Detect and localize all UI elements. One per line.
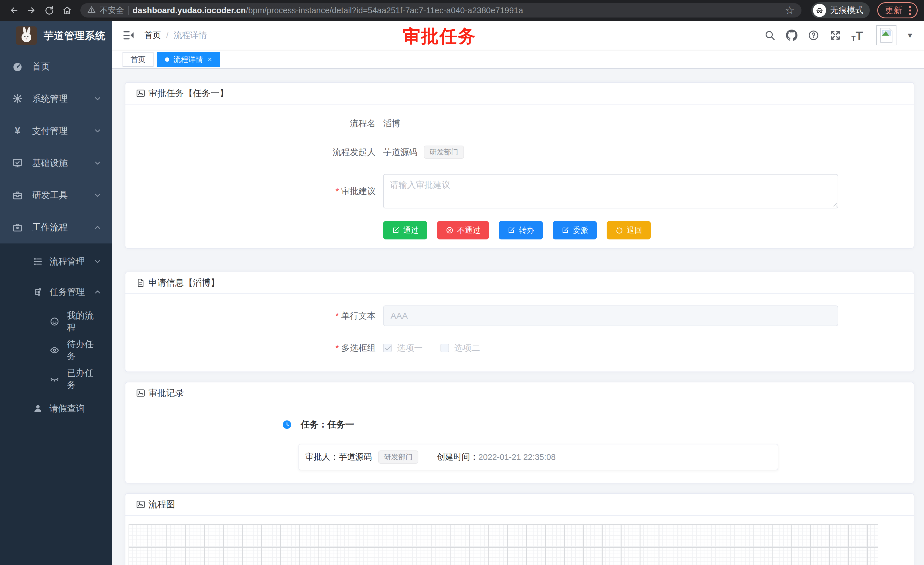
sidebar-item-task-management[interactable]: 任务管理 xyxy=(0,277,112,307)
fullscreen-icon[interactable] xyxy=(829,29,842,42)
apply-card-title: 申请信息【滔博】 xyxy=(148,277,219,289)
bookmark-star-icon[interactable]: ☆ xyxy=(785,4,795,17)
eye-open-icon xyxy=(49,344,60,356)
url-divider xyxy=(128,6,129,15)
url-text[interactable]: dashboard.yudao.iocoder.cn/bpm/process-i… xyxy=(133,6,778,15)
sidebar-item-devtools[interactable]: 研发工具 xyxy=(0,179,112,211)
tab-home[interactable]: 首页 xyxy=(123,52,153,67)
process-diagram-card-header: 流程图 xyxy=(125,494,914,515)
chevron-down-icon xyxy=(93,159,102,167)
sidebar-item-payment[interactable]: ¥ 支付管理 xyxy=(0,115,112,147)
breadcrumb-separator: / xyxy=(166,31,168,40)
sidebar-collapse-icon[interactable] xyxy=(123,29,135,41)
approver-dept-tag: 研发部门 xyxy=(378,451,418,464)
apply-info-card: 申请信息【滔博】 *单行文本 *多选框组 选项一 xyxy=(125,272,914,372)
security-label: 不安全 xyxy=(100,5,124,16)
approver-label: 审批人： xyxy=(305,451,339,463)
breadcrumb: 首页 / 流程详情 xyxy=(144,30,207,41)
return-button[interactable]: 退回 xyxy=(607,221,651,239)
picture-icon xyxy=(136,388,146,398)
app-logo-row[interactable]: 芋道管理系统 xyxy=(0,21,112,51)
user-icon xyxy=(32,403,44,414)
initiator-label: 流程发起人 xyxy=(125,146,383,158)
tags-view-bar: 首页 流程详情 × xyxy=(112,50,924,69)
breadcrumb-home[interactable]: 首页 xyxy=(144,30,161,41)
breadcrumb-current: 流程详情 xyxy=(174,30,207,41)
transfer-button[interactable]: 转办 xyxy=(499,221,543,239)
picture-icon xyxy=(136,500,146,509)
browser-menu-icon[interactable] xyxy=(908,4,913,17)
checkbox-checked-icon xyxy=(383,344,392,352)
timeline-task-title: 任务：任务一 xyxy=(301,419,354,431)
approver-value: 芋道源码 xyxy=(339,451,372,463)
sidebar-item-infra[interactable]: 基础设施 xyxy=(0,147,112,179)
not-secure-warning-icon[interactable] xyxy=(87,6,96,15)
sidebar: 芋道管理系统 首页 系统管理 ¥ 支付管理 基础设施 xyxy=(0,21,112,565)
gear-icon xyxy=(12,93,24,105)
avatar-dropdown-caret-icon[interactable]: ▼ xyxy=(906,31,914,40)
sidebar-item-done-tasks[interactable]: 已办任务 xyxy=(0,365,112,393)
incognito-label: 无痕模式 xyxy=(830,5,864,16)
toolbox-icon xyxy=(12,189,24,201)
undo-icon xyxy=(615,226,623,234)
sidebar-item-process-management[interactable]: 流程管理 xyxy=(0,246,112,277)
tab-close-icon[interactable]: × xyxy=(208,56,212,63)
timeline-clock-icon xyxy=(282,420,291,429)
avatar[interactable] xyxy=(876,25,897,45)
reject-button[interactable]: 不通过 xyxy=(437,221,489,239)
sidebar-item-leave-query[interactable]: 请假查询 xyxy=(0,393,112,424)
browser-home-icon[interactable] xyxy=(60,3,75,18)
suggestion-textarea[interactable] xyxy=(383,174,838,209)
workflow-submenu: 流程管理 任务管理 我的流程 待办任务 xyxy=(0,243,112,565)
checkbox-option-2: 选项二 xyxy=(441,342,480,354)
required-asterisk: * xyxy=(336,311,339,320)
help-icon[interactable] xyxy=(807,29,820,42)
font-size-icon[interactable]: TT xyxy=(850,29,864,42)
single-line-text-label: *单行文本 xyxy=(125,310,383,322)
create-time-label: 创建时间： xyxy=(437,451,478,463)
sidebar-item-home[interactable]: 首页 xyxy=(0,51,112,83)
suggestion-label: *审批建议 xyxy=(125,185,383,197)
chevron-down-icon xyxy=(93,257,102,266)
checkbox-option-1: 选项一 xyxy=(383,342,423,354)
browser-forward-icon[interactable] xyxy=(24,3,39,18)
search-icon[interactable] xyxy=(763,29,777,42)
page-content: 审批任务【任务一】 流程名 滔博 流程发起人 芋道源码 研发部门 *审批建议 xyxy=(112,69,924,565)
edit-icon xyxy=(507,226,515,234)
browser-back-icon[interactable] xyxy=(6,3,21,18)
create-time-value: 2022-01-21 22:35:08 xyxy=(478,452,555,462)
face-icon xyxy=(49,316,60,327)
bpmn-canvas[interactable] xyxy=(129,524,878,565)
tab-process-detail[interactable]: 流程详情 × xyxy=(157,52,220,67)
sidebar-item-my-process[interactable]: 我的流程 xyxy=(0,307,112,336)
chevron-down-icon xyxy=(93,191,102,200)
active-tab-dot xyxy=(165,57,169,62)
edit-icon xyxy=(392,226,400,234)
circle-close-icon xyxy=(446,226,454,234)
browser-update-button[interactable]: 更新 xyxy=(877,2,918,18)
approval-card-title: 审批任务【任务一】 xyxy=(148,87,228,99)
process-diagram-card: 流程图 xyxy=(125,493,914,565)
github-icon[interactable] xyxy=(785,29,798,42)
picture-icon xyxy=(136,89,146,98)
briefcase-icon xyxy=(12,221,24,233)
approval-record-card-header: 审批记录 xyxy=(125,382,914,404)
chevron-up-icon xyxy=(93,288,102,296)
checkbox-group-label: *多选框组 xyxy=(125,342,383,354)
checkbox-unchecked-icon xyxy=(441,344,449,352)
chevron-up-icon xyxy=(93,223,102,232)
list-icon xyxy=(32,256,44,267)
edit-icon xyxy=(561,226,569,234)
sidebar-item-system[interactable]: 系统管理 xyxy=(0,83,112,115)
approve-button[interactable]: 通过 xyxy=(383,221,427,239)
browser-reload-icon[interactable] xyxy=(42,3,57,18)
required-asterisk: * xyxy=(336,186,339,196)
sidebar-item-todo-tasks[interactable]: 待办任务 xyxy=(0,336,112,365)
delegate-button[interactable]: 委派 xyxy=(553,221,597,239)
app-title: 芋道管理系统 xyxy=(44,29,106,42)
currency-yen-icon: ¥ xyxy=(12,125,24,137)
diagram-card-title: 流程图 xyxy=(148,498,175,511)
address-bar[interactable]: 不安全 dashboard.yudao.iocoder.cn/bpm/proce… xyxy=(80,3,801,18)
sidebar-item-workflow[interactable]: 工作流程 xyxy=(0,211,112,243)
approval-task-card-header: 审批任务【任务一】 xyxy=(125,83,914,105)
